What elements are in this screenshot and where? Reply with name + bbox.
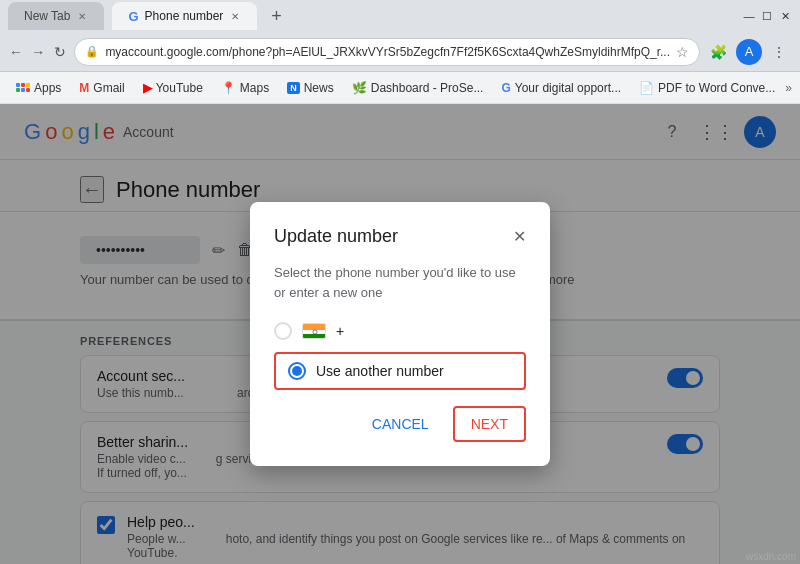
close-button[interactable]: ✕ <box>778 9 792 23</box>
window-controls: — ☐ ✕ <box>742 9 792 23</box>
pdf-icon: 📄 <box>639 81 654 95</box>
news-icon: N <box>287 82 300 94</box>
dialog-description: Select the phone number you'd like to us… <box>274 263 526 302</box>
next-button[interactable]: NEXT <box>453 406 526 442</box>
dialog-header: Update number ✕ <box>274 226 526 247</box>
gmail-icon: M <box>79 81 89 95</box>
radio-another-number[interactable] <box>288 362 306 380</box>
india-phone-plus: + <box>336 323 344 339</box>
bookmark-gmail-label: Gmail <box>93 81 124 95</box>
apps-icon <box>16 83 30 92</box>
cancel-button[interactable]: CANCEL <box>356 406 445 442</box>
bookmark-apps[interactable]: Apps <box>8 77 69 99</box>
tab-new-tab-label: New Tab <box>24 9 70 23</box>
address-bar[interactable]: 🔒 myaccount.google.com/phone?ph=AElUL_JR… <box>74 38 700 66</box>
bookmark-digital[interactable]: G Your digital opport... <box>493 77 629 99</box>
digital-icon: G <box>501 81 510 95</box>
tab-phone-number-label: Phone number <box>145 9 224 23</box>
back-button[interactable]: ← <box>8 39 24 65</box>
tab-bar: New Tab ✕ G Phone number ✕ + <box>8 2 288 30</box>
india-flag-icon <box>302 323 326 339</box>
bookmark-news[interactable]: N News <box>279 77 342 99</box>
bookmark-maps[interactable]: 📍 Maps <box>213 77 277 99</box>
star-icon[interactable]: ☆ <box>676 44 689 60</box>
phone-option-india[interactable]: + <box>274 322 526 340</box>
youtube-icon: ▶ <box>143 81 152 95</box>
bookmarks-bar: Apps M Gmail ▶ YouTube 📍 Maps N News 🌿 D… <box>0 72 800 104</box>
dialog-overlay: Update number ✕ Select the phone number … <box>0 104 800 564</box>
maps-icon: 📍 <box>221 81 236 95</box>
menu-button[interactable]: ⋮ <box>766 39 792 65</box>
extensions-button[interactable]: 🧩 <box>706 39 732 65</box>
bookmark-digital-label: Your digital opport... <box>515 81 621 95</box>
watermark: wsxdn.com <box>746 551 796 562</box>
profile-button[interactable]: A <box>736 39 762 65</box>
bookmark-gmail[interactable]: M Gmail <box>71 77 132 99</box>
tab-favicon: G <box>128 9 138 24</box>
maximize-button[interactable]: ☐ <box>760 9 774 23</box>
bookmark-pdf[interactable]: 📄 PDF to Word Conve... <box>631 77 783 99</box>
browser-actions: 🧩 A ⋮ <box>706 39 792 65</box>
use-another-number-label: Use another number <box>316 363 444 379</box>
phone-option-another[interactable]: Use another number <box>274 352 526 390</box>
update-number-dialog: Update number ✕ Select the phone number … <box>250 202 550 466</box>
dialog-close-button[interactable]: ✕ <box>513 227 526 246</box>
bookmark-news-label: News <box>304 81 334 95</box>
radio-india[interactable] <box>274 322 292 340</box>
address-text: myaccount.google.com/phone?ph=AElUL_JRXk… <box>105 45 670 59</box>
tab-phone-number-close[interactable]: ✕ <box>229 9 241 24</box>
minimize-button[interactable]: — <box>742 9 756 23</box>
svg-rect-3 <box>303 334 326 339</box>
bookmark-maps-label: Maps <box>240 81 269 95</box>
tab-new-tab[interactable]: New Tab ✕ <box>8 2 104 30</box>
browser-bar: ← → ↻ 🔒 myaccount.google.com/phone?ph=AE… <box>0 32 800 72</box>
tab-phone-number[interactable]: G Phone number ✕ <box>112 2 257 30</box>
refresh-button[interactable]: ↻ <box>52 39 68 65</box>
tab-new-tab-close[interactable]: ✕ <box>76 9 88 24</box>
svg-rect-1 <box>303 330 326 334</box>
dialog-actions: CANCEL NEXT <box>274 406 526 442</box>
bookmark-youtube-label: YouTube <box>156 81 203 95</box>
bookmark-dashboard[interactable]: 🌿 Dashboard - ProSe... <box>344 77 492 99</box>
page-content: Google Account ? ⋮⋮ A ← Phone number •••… <box>0 104 800 564</box>
bookmark-dashboard-label: Dashboard - ProSe... <box>371 81 484 95</box>
dialog-title: Update number <box>274 226 398 247</box>
title-bar: New Tab ✕ G Phone number ✕ + — ☐ ✕ <box>0 0 800 32</box>
forward-button[interactable]: → <box>30 39 46 65</box>
new-tab-button[interactable]: + <box>265 6 288 27</box>
bookmark-pdf-label: PDF to Word Conve... <box>658 81 775 95</box>
bookmark-youtube[interactable]: ▶ YouTube <box>135 77 211 99</box>
dashboard-icon: 🌿 <box>352 81 367 95</box>
bookmarks-more-icon[interactable]: » <box>785 81 792 95</box>
lock-icon: 🔒 <box>85 45 99 58</box>
bookmark-apps-label: Apps <box>34 81 61 95</box>
svg-rect-0 <box>303 324 326 330</box>
